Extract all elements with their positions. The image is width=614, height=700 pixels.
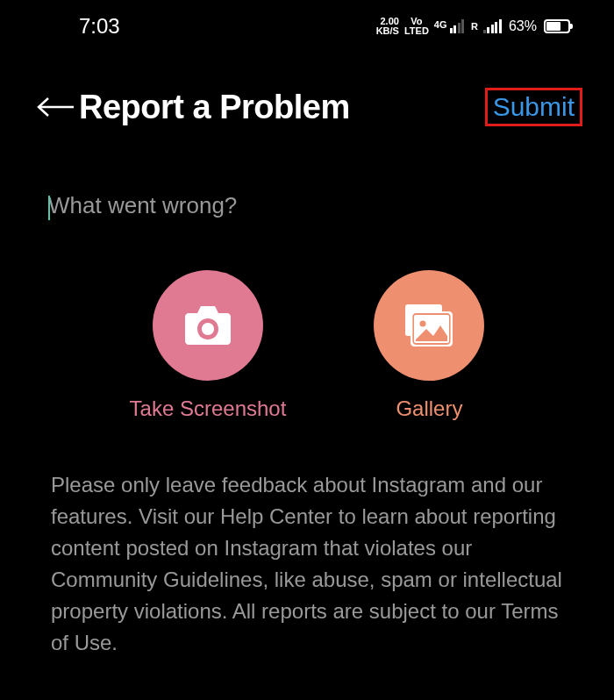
action-row: Take Screenshot Gallery [0, 270, 614, 421]
signal-bars-icon-1 [450, 19, 465, 33]
take-screenshot-item: Take Screenshot [130, 270, 287, 421]
signal-bars-icon-2 [483, 19, 502, 33]
gallery-item: Gallery [374, 270, 484, 421]
submit-button[interactable]: Submit [485, 88, 582, 126]
signal-4g-icon: 4G [434, 19, 464, 33]
camera-icon [185, 306, 231, 345]
volte-icon: Vo LTED [404, 17, 429, 36]
input-placeholder: What went wrong? [48, 192, 237, 218]
battery-percent: 63% [509, 18, 537, 34]
roaming-icon: R [471, 21, 478, 32]
take-screenshot-label: Take Screenshot [130, 396, 287, 421]
page-title: Report a Problem [79, 89, 350, 126]
header: Report a Problem Submit [0, 53, 614, 144]
data-rate-icon: 2.00 KB/S [376, 17, 399, 36]
text-cursor [48, 196, 50, 220]
gallery-label: Gallery [396, 396, 462, 421]
take-screenshot-button[interactable] [153, 270, 263, 381]
problem-input[interactable]: What went wrong? [0, 144, 614, 222]
battery-icon [544, 19, 570, 33]
info-text: Please only leave feedback about Instagr… [0, 421, 614, 659]
header-left: Report a Problem [35, 89, 350, 126]
gallery-icon [405, 304, 453, 346]
back-arrow-icon[interactable] [35, 94, 75, 120]
status-right: 2.00 KB/S Vo LTED 4G R 63% [376, 17, 570, 36]
gallery-button[interactable] [374, 270, 484, 381]
status-time: 7:03 [79, 14, 120, 39]
svg-point-3 [420, 320, 426, 326]
status-bar: 7:03 2.00 KB/S Vo LTED 4G R 63% [0, 0, 614, 53]
